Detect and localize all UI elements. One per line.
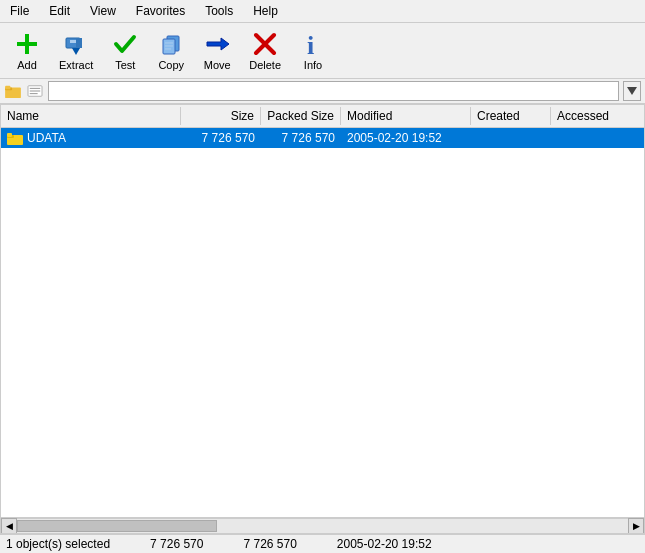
svg-rect-4	[70, 40, 76, 43]
folder-icon	[7, 130, 23, 146]
status-size: 7 726 570	[150, 537, 203, 551]
info-label: Info	[304, 59, 322, 71]
col-header-created[interactable]: Created	[471, 107, 551, 125]
status-bar: 1 object(s) selected 7 726 570 7 726 570…	[0, 534, 645, 553]
svg-marker-3	[76, 38, 82, 48]
info-button[interactable]: i Info	[292, 27, 334, 74]
menu-bar: File Edit View Favorites Tools Help	[0, 0, 645, 23]
address-bar	[0, 79, 645, 104]
add-button[interactable]: Add	[6, 27, 48, 74]
col-header-name[interactable]: Name	[1, 107, 181, 125]
test-icon	[111, 30, 139, 58]
scroll-track[interactable]	[17, 518, 628, 534]
cell-accessed	[551, 137, 644, 139]
svg-marker-11	[207, 38, 229, 50]
col-header-packed-size[interactable]: Packed Size	[261, 107, 341, 125]
cell-size: 7 726 570	[181, 130, 261, 146]
add-icon	[13, 30, 41, 58]
cell-packed: 7 726 570	[261, 130, 341, 146]
info-icon: i	[299, 30, 327, 58]
delete-icon	[251, 30, 279, 58]
table-row[interactable]: UDATA 7 726 570 7 726 570 2005-02-20 19:…	[1, 128, 644, 148]
horizontal-scrollbar[interactable]: ◀ ▶	[1, 517, 644, 533]
menu-favorites[interactable]: Favorites	[130, 2, 191, 20]
svg-text:i: i	[307, 31, 314, 58]
status-packed: 7 726 570	[243, 537, 296, 551]
address-folder-icon	[4, 82, 22, 100]
cell-created	[471, 137, 551, 139]
menu-view[interactable]: View	[84, 2, 122, 20]
test-button[interactable]: Test	[104, 27, 146, 74]
svg-rect-17	[5, 86, 10, 90]
svg-rect-1	[17, 42, 37, 46]
address-input[interactable]	[48, 81, 619, 101]
file-list-body[interactable]: UDATA 7 726 570 7 726 570 2005-02-20 19:…	[1, 128, 644, 517]
move-icon	[203, 30, 231, 58]
test-label: Test	[115, 59, 135, 71]
copy-icon	[157, 30, 185, 58]
move-label: Move	[204, 59, 231, 71]
svg-rect-25	[7, 133, 12, 137]
address-list-icon	[26, 82, 44, 100]
scroll-right-button[interactable]: ▶	[628, 518, 644, 534]
move-button[interactable]: Move	[196, 27, 238, 74]
toolbar: Add Extract Test	[0, 23, 645, 79]
status-objects: 1 object(s) selected	[6, 537, 110, 551]
scroll-thumb[interactable]	[17, 520, 217, 532]
cell-name: UDATA	[1, 129, 181, 147]
add-label: Add	[17, 59, 37, 71]
cell-modified: 2005-02-20 19:52	[341, 130, 471, 146]
delete-button[interactable]: Delete	[242, 27, 288, 74]
svg-marker-22	[627, 87, 637, 95]
menu-edit[interactable]: Edit	[43, 2, 76, 20]
menu-file[interactable]: File	[4, 2, 35, 20]
menu-help[interactable]: Help	[247, 2, 284, 20]
menu-tools[interactable]: Tools	[199, 2, 239, 20]
file-name: UDATA	[27, 131, 66, 145]
status-modified: 2005-02-20 19:52	[337, 537, 432, 551]
extract-icon	[62, 30, 90, 58]
copy-button[interactable]: Copy	[150, 27, 192, 74]
col-header-accessed[interactable]: Accessed	[551, 107, 644, 125]
scroll-left-button[interactable]: ◀	[1, 518, 17, 534]
delete-label: Delete	[249, 59, 281, 71]
extract-button[interactable]: Extract	[52, 27, 100, 74]
extract-label: Extract	[59, 59, 93, 71]
address-dropdown[interactable]	[623, 81, 641, 101]
col-header-size[interactable]: Size	[181, 107, 261, 125]
col-header-modified[interactable]: Modified	[341, 107, 471, 125]
svg-marker-5	[72, 48, 80, 55]
copy-label: Copy	[158, 59, 184, 71]
file-list-container: Name Size Packed Size Modified Created A…	[0, 104, 645, 534]
file-list-header: Name Size Packed Size Modified Created A…	[1, 105, 644, 128]
